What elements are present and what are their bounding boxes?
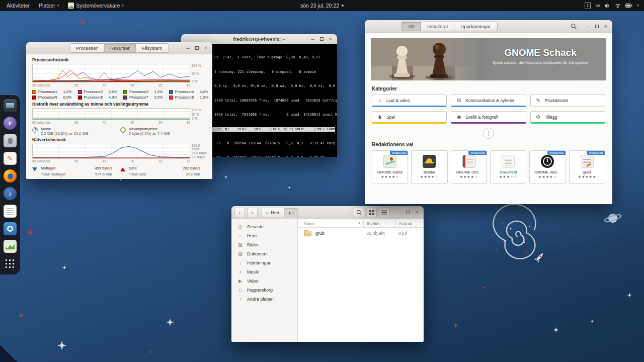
terminal-line: 1 running, 221 sleeping, 0 stopped, 0 zo… <box>214 70 335 75</box>
music-player-icon[interactable]: ♪ <box>4 187 17 200</box>
chevron-down-icon: ▾ <box>57 4 59 8</box>
menu-button[interactable] <box>379 208 389 217</box>
back-button[interactable]: ‹ <box>234 208 245 217</box>
document-viewer-icon[interactable] <box>4 205 17 218</box>
maximize-button[interactable] <box>595 25 599 28</box>
column-header-modified[interactable]: Ändrad <box>395 219 424 227</box>
x-axis-label: 30 <box>130 121 134 124</box>
clock-menu[interactable]: sön 23 jul, 20:22 <box>296 0 348 11</box>
close-button[interactable]: × <box>604 24 607 29</box>
pictures-icon: ▧ <box>237 242 243 247</box>
sidebar-item-papperskorg[interactable]: ▯Papperskorg <box>231 286 297 295</box>
search-button[interactable] <box>571 23 577 30</box>
system-monitor-icon[interactable] <box>4 240 17 253</box>
swap-legend-item: Växlingsutrymme 0 byte (0,0%) av 7,4 GiB <box>120 127 208 136</box>
category-ljud-video[interactable]: ♪ Ljud & video <box>372 95 447 107</box>
category-kommunikation[interactable]: ✉ Kommunikation & nyheter <box>451 95 526 107</box>
firefox-icon[interactable] <box>4 169 17 183</box>
chess-banner-art <box>371 38 476 80</box>
maximize-button[interactable] <box>407 211 410 214</box>
show-applications-icon[interactable] <box>4 257 17 270</box>
volume-icon <box>604 3 610 9</box>
banner-title: GNOME Schack <box>474 47 606 58</box>
file-row-grub[interactable]: grub 32 objekt 8 jul <box>298 228 424 239</box>
forward-button[interactable]: › <box>247 208 258 217</box>
emacs-icon[interactable]: e <box>4 117 17 130</box>
app-menu-label: Systemövervakare <box>76 3 120 9</box>
mem-y-label: 0 % <box>192 117 208 120</box>
maximize-button[interactable] <box>320 37 324 41</box>
close-button[interactable]: × <box>416 210 419 215</box>
tab-updates[interactable]: Uppdateringar <box>454 22 497 31</box>
rocket-art <box>534 251 545 263</box>
disc-burner-icon[interactable] <box>4 222 17 235</box>
sidebar-item-musik[interactable]: ♪Musik <box>231 267 297 277</box>
activities-button[interactable]: Aktiviteter <box>2 0 34 11</box>
screenshot-tool-icon[interactable] <box>4 99 17 112</box>
app-menu[interactable]: Systemövervakare ▾ <box>63 0 128 11</box>
featured-app-banner[interactable]: GNOME Schack Spela schack, det klassiska… <box>371 38 606 80</box>
path-current-button[interactable]: git <box>285 208 298 217</box>
category-spel[interactable]: ♞ Spel <box>372 111 447 124</box>
more-categories-button[interactable]: ⋮ <box>483 128 494 139</box>
places-menu[interactable]: Platser ▾ <box>34 0 63 11</box>
app-card-gedit[interactable]: Installerad gedit ★★★★★ <box>569 150 605 184</box>
sidebar-item-senaste[interactable]: ◷Senaste <box>231 222 297 231</box>
app-card-dokument[interactable]: Dokument ★★★☆☆ <box>490 150 526 184</box>
file-modified: 8 jul <box>395 231 424 236</box>
system-status-area[interactable]: 1 sv ▾ <box>585 0 642 11</box>
tab-resources[interactable]: Resurser <box>104 43 136 53</box>
system-monitor-headerbar[interactable]: Processer Resurser Filsystem – × <box>26 42 212 54</box>
sidebar-item-andra-platser[interactable]: +Andra platser <box>231 295 297 304</box>
star-rating: ★★★☆☆ <box>499 175 517 179</box>
close-button[interactable]: × <box>329 36 332 42</box>
software-headerbar[interactable]: Allt Installerat Uppdateringar – × <box>365 20 612 33</box>
column-header-name[interactable]: Namn ▾ <box>298 221 363 226</box>
legend-color-swatch <box>169 90 173 94</box>
sidebar-item-video[interactable]: ▶Video <box>231 277 297 286</box>
minimize-button[interactable]: – <box>586 24 589 29</box>
tab-processes[interactable]: Processer <box>69 43 104 53</box>
star-rating: ★★★★★ <box>578 175 596 179</box>
installed-badge: Installerad <box>390 151 408 155</box>
minimize-button[interactable]: – <box>186 45 189 51</box>
app-card-gnome-kartor[interactable]: Installerad GNOME Kartor ★★★★☆ <box>372 150 408 184</box>
category-tillagg[interactable]: ⚙ Tillägg <box>530 111 605 124</box>
x-axis-label: 50 <box>74 121 78 124</box>
mouse-settings-icon[interactable] <box>4 134 17 147</box>
tab-installed[interactable]: Installerat <box>421 22 454 31</box>
sidebar-item-hamtningar[interactable]: ↓Hämtningar <box>231 258 297 267</box>
sidebar-item-hem[interactable]: ⌂Hem <box>231 231 297 240</box>
minimize-button[interactable]: – <box>311 36 314 42</box>
sidebar-item-bilder[interactable]: ▧Bilder <box>231 240 297 249</box>
tab-all[interactable]: Allt <box>401 22 421 31</box>
maximize-button[interactable] <box>195 46 199 50</box>
x-axis-label: 50 <box>74 159 78 163</box>
cpu-legend: Processor11,0% Processor22,0% Processor3… <box>32 89 208 100</box>
builder-icon <box>423 155 436 168</box>
chat-icon: ✉ <box>456 98 462 103</box>
close-button[interactable]: × <box>204 45 207 51</box>
swap-pie-icon <box>120 127 126 133</box>
x-axis-label: 40 <box>103 159 106 163</box>
category-produktivitet[interactable]: ✎ Produktivitet <box>530 95 605 107</box>
tab-filesystems[interactable]: Filsystem <box>136 43 169 53</box>
x-axis-label: 20 <box>158 159 162 163</box>
search-button[interactable] <box>354 208 364 217</box>
category-grafik[interactable]: ◉ Grafik & fotografi <box>451 111 526 124</box>
column-header-size[interactable]: Storlek <box>363 219 395 227</box>
recent-icon: ◷ <box>237 224 243 229</box>
upload-arrow-icon <box>120 167 125 171</box>
minimize-button[interactable]: – <box>397 210 400 215</box>
app-card-gnome-ordbok[interactable]: Installerad GNOME Ord… ★★★★☆ <box>451 150 487 184</box>
path-home-button[interactable]: ⌂ Hem <box>262 208 285 217</box>
files-headerbar[interactable]: ‹ › ⌂ Hem git <box>231 206 424 219</box>
app-card-gnome-klockor[interactable]: Installerad GNOME Kloc… ★★★★☆ <box>529 150 566 184</box>
memory-label: Minne <box>41 127 89 131</box>
sidebar-item-dokument[interactable]: ▤Dokument <box>231 249 297 258</box>
app-card-builder[interactable]: Builder ★★★★☆ <box>411 150 447 184</box>
text-editor-icon[interactable]: ✎ <box>4 152 17 165</box>
view-grid-button[interactable] <box>366 208 377 217</box>
games-icon: ♞ <box>377 114 383 120</box>
terminal-line: up 7:47, 1 user, load average: 0,98, 0,4… <box>214 55 335 60</box>
